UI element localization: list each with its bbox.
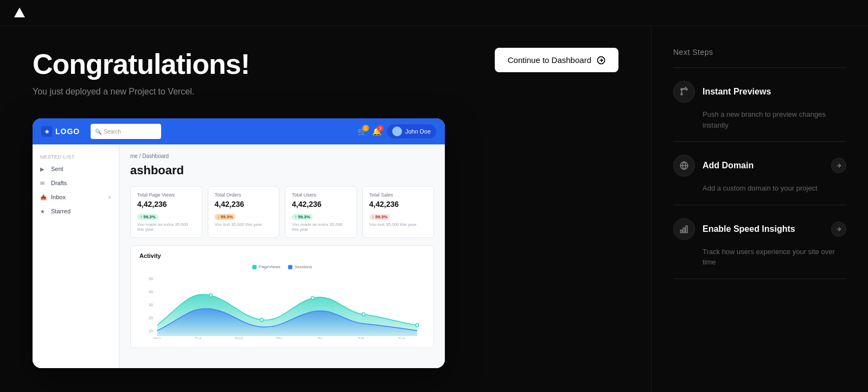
legend-pageviews: PageViews [252,264,280,269]
legend-pageviews-dot [252,265,257,269]
step-header-3: Enable Speed Insights [673,218,846,240]
chart-point [362,313,365,316]
arrow-right-icon [835,162,842,169]
activity-chart: 50 40 30 20 10 [139,274,425,339]
svg-rect-18 [680,230,682,232]
step-title-3: Enable Speed Insights [703,224,824,234]
stat-card-sales: Total Sales 4,42,236 ↓ 59.3% You lost 35… [362,186,435,238]
stat-card-orders: Total Orders 4,42,236 ↓ 59.3% You lost 3… [208,186,280,238]
step-title-1: Instant Previews [703,87,846,97]
bell-badge: 3 [377,125,384,131]
legend-pageviews-label: PageViews [259,264,280,269]
breadcrumb: me / Dashboard [130,153,434,159]
dash-sidebar: Nested List ▶ Sent ✉ Drafts 📥 Inbox ∧ [33,144,119,368]
svg-point-15 [681,93,682,95]
page-title: ashboard [130,163,434,178]
svg-text:Thu: Thu [276,336,283,339]
stat-label-1: Total Orders [215,192,273,198]
starred-icon: ★ [40,208,47,214]
stat-value-2: 4,42,236 [292,200,350,208]
search-placeholder-text: Search [104,129,121,135]
speed-insights-arrow-button[interactable] [831,222,846,237]
step-header-2: Add Domain [673,155,846,176]
svg-text:Mon: Mon [154,336,162,339]
cart-icon-badge: 🛒 1 [358,127,367,136]
stat-badge-1: ↓ 59.3% [215,214,236,220]
stat-badge-0: ↑ 59.3% [137,214,158,220]
sidebar-sent-label: Sent [51,166,63,172]
stat-note-3: You lost 35,000 this year [369,222,427,227]
cta-label: Continue to Dashboard [508,55,591,65]
stat-value-0: 4,42,236 [137,200,195,208]
chart-point [209,294,213,297]
step-speed-insights: Enable Speed Insights Track how users ex… [673,205,846,279]
svg-text:Fri: Fri [318,336,323,339]
sent-icon: ▶ [40,166,47,172]
speed-insights-icon-circle [673,218,695,240]
step-title-2: Add Domain [703,161,824,170]
sidebar-item-drafts[interactable]: ✉ Drafts [33,176,119,190]
svg-text:40: 40 [149,289,153,294]
stat-label-3: Total Sales [369,192,427,198]
dash-search-box[interactable]: 🔍 Search [91,124,161,139]
cart-badge: 1 [362,125,369,131]
chevron-up-icon: ∧ [108,195,111,200]
inbox-icon: 📥 [40,194,47,200]
sidebar-item-sent[interactable]: ▶ Sent [33,162,119,176]
step-desc-2: Add a custom domain to your project [673,183,846,194]
dashboard-preview-card: ★ LOGO 🔍 Search 🛒 1 🔔 3 [33,118,445,368]
step-header-1: Instant Previews [673,81,846,103]
right-panel: Next Steps Instant Previews Push a new b… [651,26,868,392]
step-desc-3: Track how users experience your site ove… [673,246,846,268]
search-icon: 🔍 [95,129,101,135]
svg-text:Wed: Wed [235,336,243,339]
dash-body: Nested List ▶ Sent ✉ Drafts 📥 Inbox ∧ [33,144,445,368]
bar-chart-icon [679,224,689,234]
add-domain-icon-circle [673,155,695,176]
stat-label-2: Total Users [292,192,350,198]
svg-text:30: 30 [149,302,153,307]
stat-card-pageviews: Total Page Views 4,42,236 ↑ 59.3% You ma… [130,186,202,238]
dash-header-icons: 🛒 1 🔔 3 John Doe [358,124,436,138]
continue-dashboard-button[interactable]: Continue to Dashboard [495,48,618,72]
svg-text:Sun: Sun [398,336,405,339]
add-domain-arrow-button[interactable] [831,158,846,173]
svg-text:20: 20 [149,315,153,320]
sidebar-inbox-label: Inbox [51,194,66,200]
sidebar-item-starred[interactable]: ★ Starred [33,204,119,218]
drafts-icon: ✉ [40,180,47,186]
svg-text:Sat: Sat [358,336,365,339]
stats-grid: Total Page Views 4,42,236 ↑ 59.3% You ma… [130,186,434,238]
stat-card-users: Total Users 4,42,236 ↑ 59.3% You made an… [285,186,357,238]
svg-text:50: 50 [149,276,153,281]
step-desc-1: Push a new branch to preview changes ins… [673,109,846,130]
legend-sessions-label: Sessions [295,264,312,269]
instant-previews-icon-circle [673,81,695,103]
next-steps-title: Next Steps [673,48,846,56]
legend-sessions: Sessions [288,264,312,269]
stat-note-0: You made an extra 35,000 this year [137,222,195,232]
dash-logo-area: ★ LOGO [41,126,80,137]
stat-note-1: You lost 35,000 this year [215,222,273,227]
globe-icon [679,161,689,170]
avatar [392,127,402,136]
stat-value-3: 4,42,236 [369,200,427,208]
left-panel: Continue to Dashboard Congratulations! Y… [0,26,651,392]
main-layout: Continue to Dashboard Congratulations! Y… [0,26,868,392]
dash-logo-icon: ★ [41,126,52,137]
svg-text:10: 10 [149,328,153,333]
svg-point-16 [686,88,687,90]
arrow-right-icon [835,226,842,232]
stat-label-0: Total Page Views [137,192,195,198]
bell-icon-badge: 🔔 3 [372,127,381,136]
chart-point [416,324,419,327]
svg-rect-20 [686,226,687,233]
legend-sessions-dot [288,265,292,269]
svg-text:Tue: Tue [195,336,202,339]
stat-badge-2: ↑ 59.3% [292,214,313,220]
dash-header: ★ LOGO 🔍 Search 🛒 1 🔔 3 [33,118,445,144]
sidebar-item-inbox[interactable]: 📥 Inbox ∧ [33,190,119,204]
chart-point [311,296,315,300]
topbar [0,0,868,26]
hero-subtitle: You just deployed a new Project to Verce… [33,87,618,97]
